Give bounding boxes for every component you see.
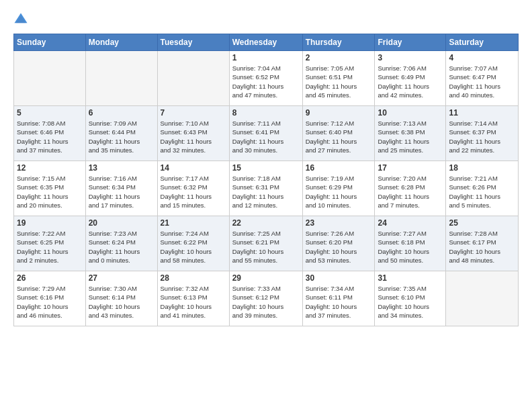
day-info: Sunrise: 7:32 AM Sunset: 6:13 PM Dayligh… [161,284,226,320]
calendar-cell: 13Sunrise: 7:16 AM Sunset: 6:34 PM Dayli… [85,161,157,216]
day-info: Sunrise: 7:16 AM Sunset: 6:34 PM Dayligh… [89,174,154,210]
calendar-cell: 12Sunrise: 7:15 AM Sunset: 6:35 PM Dayli… [14,161,86,216]
day-number: 16 [306,163,372,173]
calendar-cell: 1Sunrise: 7:04 AM Sunset: 6:52 PM Daylig… [229,51,302,106]
calendar-cell: 21Sunrise: 7:24 AM Sunset: 6:22 PM Dayli… [157,216,229,271]
day-info: Sunrise: 7:15 AM Sunset: 6:35 PM Dayligh… [17,174,83,210]
day-info: Sunrise: 7:23 AM Sunset: 6:24 PM Dayligh… [89,229,154,265]
calendar-cell: 4Sunrise: 7:07 AM Sunset: 6:47 PM Daylig… [446,51,519,106]
day-info: Sunrise: 7:20 AM Sunset: 6:28 PM Dayligh… [378,174,443,210]
day-info: Sunrise: 7:29 AM Sunset: 6:16 PM Dayligh… [17,284,83,320]
calendar-cell: 20Sunrise: 7:23 AM Sunset: 6:24 PM Dayli… [85,216,157,271]
calendar-cell: 6Sunrise: 7:09 AM Sunset: 6:44 PM Daylig… [85,106,157,161]
calendar-cell [446,271,519,326]
calendar-cell [14,51,86,106]
col-header-saturday: Saturday [446,34,519,51]
day-number: 30 [306,273,372,283]
calendar-table: SundayMondayTuesdayWednesdayThursdayFrid… [13,34,519,326]
calendar-cell: 11Sunrise: 7:14 AM Sunset: 6:37 PM Dayli… [446,106,519,161]
day-number: 25 [449,218,515,228]
calendar-cell [85,51,157,106]
calendar-cell: 10Sunrise: 7:13 AM Sunset: 6:38 PM Dayli… [375,106,446,161]
logo-icon [13,12,28,27]
calendar-cell: 27Sunrise: 7:30 AM Sunset: 6:14 PM Dayli… [85,271,157,326]
day-number: 21 [161,218,226,228]
calendar-header-row: SundayMondayTuesdayWednesdayThursdayFrid… [14,34,519,51]
calendar-cell: 8Sunrise: 7:11 AM Sunset: 6:41 PM Daylig… [229,106,302,161]
calendar-cell: 16Sunrise: 7:19 AM Sunset: 6:29 PM Dayli… [302,161,375,216]
calendar-cell: 18Sunrise: 7:21 AM Sunset: 6:26 PM Dayli… [446,161,519,216]
calendar-cell: 9Sunrise: 7:12 AM Sunset: 6:40 PM Daylig… [302,106,375,161]
day-number: 8 [232,108,300,118]
day-info: Sunrise: 7:04 AM Sunset: 6:52 PM Dayligh… [232,64,300,99]
col-header-friday: Friday [375,34,446,51]
col-header-monday: Monday [85,34,157,51]
day-number: 19 [17,218,83,228]
day-number: 13 [89,163,154,173]
calendar-cell: 17Sunrise: 7:20 AM Sunset: 6:28 PM Dayli… [375,161,446,216]
calendar-cell: 14Sunrise: 7:17 AM Sunset: 6:32 PM Dayli… [157,161,229,216]
calendar-cell: 7Sunrise: 7:10 AM Sunset: 6:43 PM Daylig… [157,106,229,161]
day-info: Sunrise: 7:30 AM Sunset: 6:14 PM Dayligh… [89,284,154,320]
day-number: 14 [161,163,226,173]
calendar-cell: 31Sunrise: 7:35 AM Sunset: 6:10 PM Dayli… [375,271,446,326]
day-number: 15 [232,163,300,173]
day-number: 31 [378,273,443,283]
day-number: 2 [306,53,372,62]
calendar-week-row: 12Sunrise: 7:15 AM Sunset: 6:35 PM Dayli… [14,161,519,216]
day-info: Sunrise: 7:13 AM Sunset: 6:38 PM Dayligh… [378,119,443,154]
day-number: 11 [449,108,515,118]
day-info: Sunrise: 7:28 AM Sunset: 6:17 PM Dayligh… [449,229,515,265]
day-number: 12 [17,163,83,173]
calendar-week-row: 5Sunrise: 7:08 AM Sunset: 6:46 PM Daylig… [14,106,519,161]
calendar-cell: 15Sunrise: 7:18 AM Sunset: 6:31 PM Dayli… [229,161,302,216]
calendar-cell: 24Sunrise: 7:27 AM Sunset: 6:18 PM Dayli… [375,216,446,271]
calendar-week-row: 1Sunrise: 7:04 AM Sunset: 6:52 PM Daylig… [14,51,519,106]
day-number: 3 [378,53,443,62]
calendar-cell: 3Sunrise: 7:06 AM Sunset: 6:49 PM Daylig… [375,51,446,106]
day-info: Sunrise: 7:26 AM Sunset: 6:20 PM Dayligh… [306,229,372,265]
day-info: Sunrise: 7:14 AM Sunset: 6:37 PM Dayligh… [449,119,515,154]
day-number: 1 [232,53,300,62]
day-number: 18 [449,163,515,173]
calendar-cell: 22Sunrise: 7:25 AM Sunset: 6:21 PM Dayli… [229,216,302,271]
day-number: 26 [17,273,83,283]
day-info: Sunrise: 7:06 AM Sunset: 6:49 PM Dayligh… [378,64,443,99]
col-header-sunday: Sunday [14,34,86,51]
day-info: Sunrise: 7:05 AM Sunset: 6:51 PM Dayligh… [306,64,372,99]
day-info: Sunrise: 7:18 AM Sunset: 6:31 PM Dayligh… [232,174,300,210]
day-number: 23 [306,218,372,228]
day-info: Sunrise: 7:17 AM Sunset: 6:32 PM Dayligh… [161,174,226,210]
day-info: Sunrise: 7:09 AM Sunset: 6:44 PM Dayligh… [89,119,154,154]
calendar-cell: 23Sunrise: 7:26 AM Sunset: 6:20 PM Dayli… [302,216,375,271]
logo [13,12,31,27]
day-info: Sunrise: 7:22 AM Sunset: 6:25 PM Dayligh… [17,229,83,265]
day-number: 24 [378,218,443,228]
day-info: Sunrise: 7:34 AM Sunset: 6:11 PM Dayligh… [306,284,372,320]
day-info: Sunrise: 7:27 AM Sunset: 6:18 PM Dayligh… [378,229,443,265]
day-number: 4 [449,53,515,62]
header [13,12,519,27]
day-info: Sunrise: 7:08 AM Sunset: 6:46 PM Dayligh… [17,119,83,154]
calendar-cell: 25Sunrise: 7:28 AM Sunset: 6:17 PM Dayli… [446,216,519,271]
day-number: 17 [378,163,443,173]
day-info: Sunrise: 7:21 AM Sunset: 6:26 PM Dayligh… [449,174,515,210]
calendar-cell: 5Sunrise: 7:08 AM Sunset: 6:46 PM Daylig… [14,106,86,161]
day-number: 29 [232,273,300,283]
day-info: Sunrise: 7:11 AM Sunset: 6:41 PM Dayligh… [232,119,300,154]
day-number: 27 [89,273,154,283]
calendar-week-row: 19Sunrise: 7:22 AM Sunset: 6:25 PM Dayli… [14,216,519,271]
day-info: Sunrise: 7:19 AM Sunset: 6:29 PM Dayligh… [306,174,372,210]
col-header-wednesday: Wednesday [229,34,302,51]
day-number: 10 [378,108,443,118]
calendar-cell: 2Sunrise: 7:05 AM Sunset: 6:51 PM Daylig… [302,51,375,106]
calendar-cell [157,51,229,106]
calendar-cell: 26Sunrise: 7:29 AM Sunset: 6:16 PM Dayli… [14,271,86,326]
day-number: 22 [232,218,300,228]
calendar-cell: 28Sunrise: 7:32 AM Sunset: 6:13 PM Dayli… [157,271,229,326]
col-header-thursday: Thursday [302,34,375,51]
calendar-week-row: 26Sunrise: 7:29 AM Sunset: 6:16 PM Dayli… [14,271,519,326]
day-number: 5 [17,108,83,118]
day-number: 9 [306,108,372,118]
day-info: Sunrise: 7:33 AM Sunset: 6:12 PM Dayligh… [232,284,300,320]
